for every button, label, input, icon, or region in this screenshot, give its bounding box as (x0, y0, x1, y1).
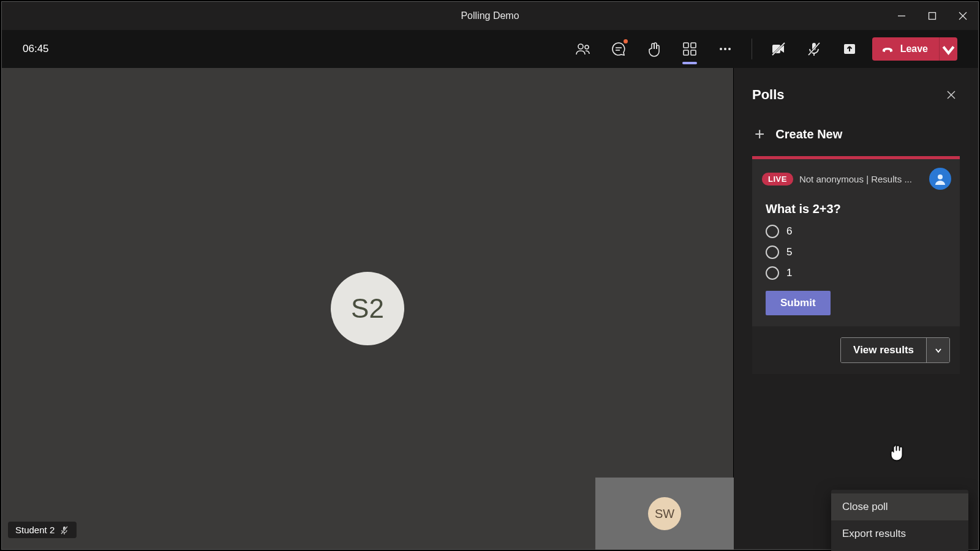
svg-point-4 (578, 44, 583, 49)
menu-item-close-poll[interactable]: Close poll (831, 493, 968, 520)
panel-title: Polls (752, 87, 785, 103)
main-body: S2 Student 2 SW Polls (2, 68, 978, 549)
close-icon (946, 90, 956, 100)
person-icon (934, 173, 946, 185)
call-timer: 06:45 (23, 43, 49, 55)
app-window: Polling Demo 06:45 (1, 1, 979, 550)
self-view[interactable]: SW (595, 478, 734, 550)
svg-point-5 (585, 45, 589, 49)
minimize-icon (897, 12, 906, 20)
minimize-button[interactable] (886, 2, 917, 30)
poll-actions-menu: Close poll Export results Delete poll (831, 490, 968, 551)
svg-point-28 (938, 174, 943, 179)
option-label: 1 (786, 267, 792, 279)
close-icon (959, 12, 967, 20)
apps-icon (682, 41, 698, 57)
self-avatar: SW (648, 497, 681, 530)
close-window-button[interactable] (948, 2, 978, 30)
poll-card: LIVE Not anonymous | Results ... What is… (752, 156, 960, 374)
menu-item-delete-poll[interactable]: Delete poll (831, 547, 968, 551)
participant-name-pill: Student 2 (8, 522, 77, 538)
mic-off-icon (806, 41, 822, 57)
leave-label: Leave (900, 43, 928, 54)
raise-hand-icon (646, 41, 662, 57)
apps-button[interactable] (672, 30, 707, 68)
poll-option[interactable]: 5 (766, 246, 948, 259)
notification-dot-icon (622, 38, 629, 45)
svg-rect-10 (684, 50, 688, 55)
live-badge: LIVE (762, 173, 793, 186)
poll-option[interactable]: 1 (766, 266, 948, 280)
view-results-dropdown[interactable] (926, 338, 949, 362)
leave-dropdown[interactable] (939, 37, 957, 61)
avatar-initials: S2 (351, 293, 384, 324)
maximize-button[interactable] (917, 2, 948, 30)
chat-button[interactable] (601, 30, 636, 68)
window-title: Polling Demo (461, 10, 519, 21)
radio-icon (766, 225, 779, 238)
video-stage: S2 Student 2 SW (2, 68, 734, 549)
chevron-down-icon (940, 40, 957, 58)
svg-rect-8 (684, 43, 688, 48)
radio-icon (766, 266, 779, 280)
option-label: 6 (786, 225, 792, 238)
mic-muted-icon (59, 525, 69, 535)
svg-point-12 (720, 48, 722, 50)
mic-button[interactable] (796, 30, 832, 68)
hangup-icon (881, 42, 894, 56)
svg-rect-11 (691, 50, 696, 55)
maximize-icon (928, 12, 937, 20)
option-label: 5 (786, 246, 792, 258)
window-controls (886, 2, 978, 30)
create-new-poll-button[interactable]: + Create New (734, 117, 978, 156)
more-icon (717, 41, 733, 57)
people-icon (575, 41, 591, 57)
poll-option[interactable]: 6 (766, 225, 948, 238)
more-actions-button[interactable] (707, 30, 743, 68)
camera-off-icon (771, 41, 786, 57)
submit-button[interactable]: Submit (766, 291, 831, 315)
reactions-button[interactable] (636, 30, 672, 68)
svg-rect-9 (691, 43, 696, 48)
camera-button[interactable] (761, 30, 796, 68)
svg-point-13 (724, 48, 726, 50)
poll-author-avatar[interactable] (929, 168, 951, 190)
call-toolbar: 06:45 (2, 30, 978, 68)
chevron-down-icon (934, 346, 943, 354)
separator (752, 39, 752, 59)
share-button[interactable] (832, 30, 867, 68)
title-bar: Polling Demo (2, 2, 978, 30)
participant-name: Student 2 (15, 525, 55, 535)
poll-question: What is 2+3? (752, 195, 960, 222)
menu-item-export-results[interactable]: Export results (831, 520, 968, 547)
poll-meta: Not anonymous | Results ... (799, 174, 923, 184)
main-participant-avatar: S2 (331, 272, 404, 345)
plus-icon: + (755, 126, 764, 143)
active-indicator (682, 62, 697, 64)
svg-point-14 (728, 48, 731, 50)
share-tray-icon (842, 41, 858, 57)
polls-panel: Polls + Create New LIVE Not anonymous | … (734, 68, 978, 549)
poll-options: 6 5 1 (752, 222, 960, 287)
view-results-button[interactable]: View results (841, 338, 926, 362)
self-avatar-initials: SW (655, 507, 674, 521)
radio-icon (766, 246, 779, 259)
svg-rect-1 (929, 13, 936, 20)
view-results-split-button: View results (840, 337, 950, 363)
create-new-label: Create New (775, 127, 842, 141)
close-panel-button[interactable] (943, 86, 960, 103)
leave-button[interactable]: Leave (872, 37, 939, 61)
participants-button[interactable] (565, 30, 601, 68)
